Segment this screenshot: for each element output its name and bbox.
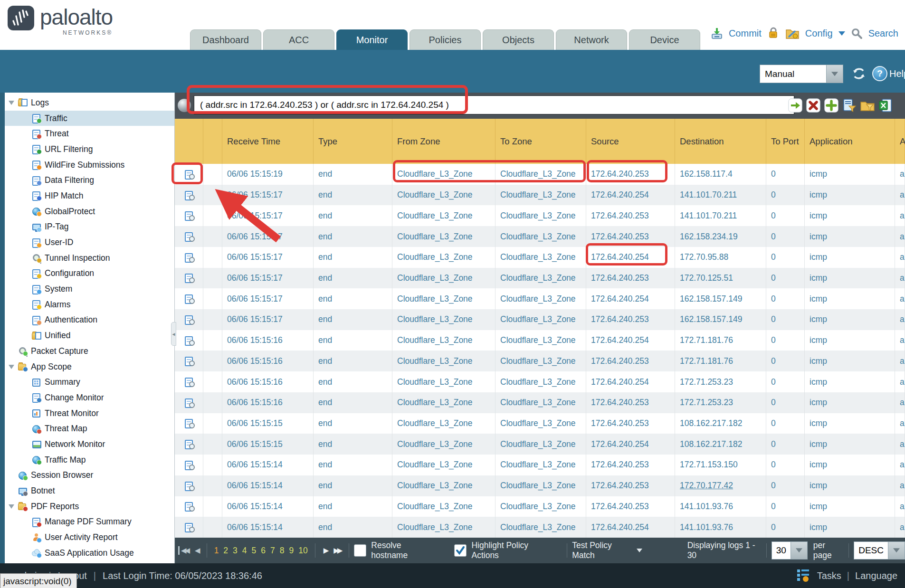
sidebar-item-url-filtering[interactable]: URL Filtering: [5, 142, 174, 157]
value-action[interactable]: al: [900, 169, 905, 179]
value-application[interactable]: icmp: [810, 294, 827, 304]
lock-icon[interactable]: [767, 27, 780, 40]
value-source[interactable]: 172.64.240.253: [591, 460, 649, 470]
value-destination[interactable]: 162.158.157.149: [680, 294, 742, 304]
value-from-zone[interactable]: Cloudflare_L3_Zone: [397, 232, 473, 242]
sidebar-item-user-id[interactable]: User-ID: [5, 235, 174, 250]
value-to-zone[interactable]: Cloudflare_L3_Zone: [500, 356, 576, 366]
value-from-zone[interactable]: Cloudflare_L3_Zone: [397, 294, 473, 304]
value-action[interactable]: al: [900, 252, 905, 262]
tab-dashboard[interactable]: Dashboard: [190, 29, 261, 50]
value-destination[interactable]: 141.101.70.211: [680, 211, 737, 221]
value-destination[interactable]: 172.71.181.76: [680, 356, 733, 366]
value-action[interactable]: al: [900, 211, 905, 221]
commit-button[interactable]: Commit: [729, 28, 762, 39]
value-destination[interactable]: 172.71.153.150: [680, 460, 738, 470]
value-type[interactable]: end: [318, 252, 332, 262]
value-to-port[interactable]: 0: [771, 335, 776, 345]
value-to-port[interactable]: 0: [771, 502, 776, 512]
value-to-port[interactable]: 0: [771, 522, 776, 532]
value-destination[interactable]: 162.158.234.19: [680, 232, 738, 242]
column-header-type[interactable]: Type: [314, 119, 392, 164]
sidebar-item-botnet[interactable]: Botnet: [5, 483, 174, 499]
sidebar-item-system[interactable]: System: [5, 281, 174, 297]
column-header-destination[interactable]: Destination: [675, 119, 766, 164]
config-icon[interactable]: [785, 27, 800, 40]
page-number-10[interactable]: 10: [298, 546, 307, 555]
log-detail-icon[interactable]: [184, 482, 193, 490]
value-to-port[interactable]: 0: [771, 232, 776, 242]
config-caret-icon[interactable]: [838, 31, 845, 39]
value-from-zone[interactable]: Cloudflare_L3_Zone: [397, 460, 473, 470]
value-to-zone[interactable]: Cloudflare_L3_Zone: [500, 314, 576, 324]
page-number-8[interactable]: 8: [280, 546, 285, 555]
value-source[interactable]: 172.64.240.254: [591, 377, 649, 387]
next-page-icon[interactable]: ▶: [324, 546, 327, 555]
value-action[interactable]: al: [900, 356, 905, 366]
value-application[interactable]: icmp: [810, 502, 827, 512]
column-header-application[interactable]: Application: [805, 119, 895, 164]
value-destination[interactable]: 141.101.70.211: [680, 190, 737, 200]
sidebar-item-session-browser[interactable]: Session Browser: [5, 468, 174, 484]
value-source[interactable]: 172.64.240.254: [591, 439, 649, 449]
log-detail-icon[interactable]: [184, 502, 193, 511]
value-type[interactable]: end: [318, 377, 332, 387]
expander-icon[interactable]: [9, 504, 14, 512]
export-icon[interactable]: [878, 98, 893, 113]
value-action[interactable]: al: [900, 273, 905, 283]
value-destination[interactable]: 172.71.253.23: [680, 398, 733, 408]
value-application[interactable]: icmp: [810, 522, 827, 532]
value-action[interactable]: al: [900, 502, 905, 512]
value-application[interactable]: icmp: [810, 190, 827, 200]
value-to-zone[interactable]: Cloudflare_L3_Zone: [500, 377, 576, 387]
column-header-to-port[interactable]: To Port: [766, 119, 805, 164]
value-to-port[interactable]: 0: [771, 294, 776, 304]
value-to-zone[interactable]: Cloudflare_L3_Zone: [500, 335, 576, 345]
page-number-3[interactable]: 3: [233, 546, 238, 555]
page-number-9[interactable]: 9: [289, 546, 294, 555]
config-button[interactable]: Config: [805, 28, 833, 39]
sidebar-item-unified[interactable]: Unified: [5, 328, 174, 343]
value-to-port[interactable]: 0: [771, 314, 776, 324]
value-type[interactable]: end: [318, 211, 332, 221]
value-application[interactable]: icmp: [810, 439, 827, 449]
value-source[interactable]: 172.64.240.254: [591, 190, 649, 200]
sidebar-item-configuration[interactable]: Configuration: [5, 266, 174, 282]
log-detail-icon[interactable]: [184, 378, 193, 386]
sidebar-item-network-monitor[interactable]: Network Monitor: [5, 436, 174, 452]
value-from-zone[interactable]: Cloudflare_L3_Zone: [397, 502, 473, 512]
value-application[interactable]: icmp: [810, 481, 827, 491]
value-type[interactable]: end: [318, 273, 332, 283]
sidebar-item-threat-map[interactable]: Threat Map: [5, 421, 174, 436]
sidebar-item-user-activity-report[interactable]: User Activity Report: [5, 530, 174, 545]
sidebar-item-ip-tag[interactable]: IP-Tag: [5, 219, 174, 235]
value-source[interactable]: 172.64.240.253: [591, 481, 649, 491]
value-from-zone[interactable]: Cloudflare_L3_Zone: [397, 522, 473, 532]
value-to-port[interactable]: 0: [771, 211, 776, 221]
value-to-port[interactable]: 0: [771, 460, 776, 470]
log-detail-icon[interactable]: [184, 191, 193, 199]
value-action[interactable]: al: [900, 418, 905, 428]
value-application[interactable]: icmp: [810, 460, 827, 470]
value-to-zone[interactable]: Cloudflare_L3_Zone: [500, 169, 576, 179]
log-detail-icon[interactable]: [184, 357, 193, 365]
value-to-zone[interactable]: Cloudflare_L3_Zone: [500, 418, 576, 428]
value-source[interactable]: 172.64.240.254: [591, 252, 649, 262]
page-number-6[interactable]: 6: [261, 546, 266, 555]
value-application[interactable]: icmp: [810, 377, 827, 387]
test-policy-match-button[interactable]: Test Policy Match: [572, 541, 642, 560]
value-source[interactable]: 172.64.240.253: [591, 418, 649, 428]
sidebar-item-logs[interactable]: Logs: [5, 95, 174, 111]
value-type[interactable]: end: [318, 294, 332, 304]
refresh-mode-dropdown-button[interactable]: [826, 65, 843, 83]
log-detail-icon[interactable]: [184, 211, 193, 220]
value-destination[interactable]: 172.70.95.88: [680, 252, 728, 262]
value-to-zone[interactable]: Cloudflare_L3_Zone: [500, 211, 576, 221]
value-from-zone[interactable]: Cloudflare_L3_Zone: [397, 211, 473, 221]
sidebar-item-data-filtering[interactable]: Data Filtering: [5, 172, 174, 188]
help-button[interactable]: ? Help: [872, 66, 905, 81]
refresh-mode-select[interactable]: Manual: [760, 65, 843, 83]
value-application[interactable]: icmp: [810, 356, 827, 366]
tab-objects[interactable]: Objects: [483, 29, 554, 50]
value-to-zone[interactable]: Cloudflare_L3_Zone: [500, 502, 576, 512]
